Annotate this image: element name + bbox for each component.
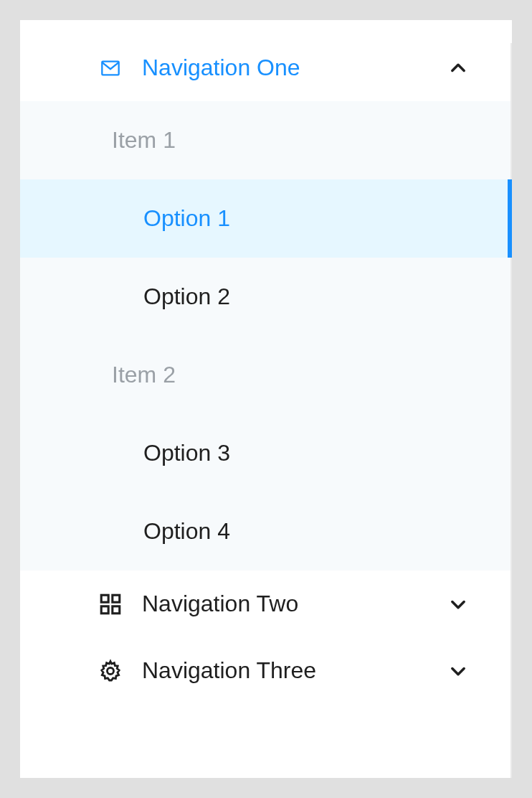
app-icon bbox=[98, 591, 123, 617]
nav-item-two: Navigation Two bbox=[20, 571, 512, 637]
chevron-down-icon bbox=[447, 660, 469, 682]
nav-three-header[interactable]: Navigation Three bbox=[20, 637, 512, 704]
mail-icon bbox=[98, 55, 123, 81]
option-4[interactable]: Option 4 bbox=[20, 492, 512, 571]
nav-three-label: Navigation Three bbox=[142, 657, 447, 684]
option-1[interactable]: Option 1 bbox=[20, 179, 512, 258]
option-3[interactable]: Option 3 bbox=[20, 414, 512, 492]
menu-panel: Navigation One Item 1 Option 1 Option 2 … bbox=[20, 20, 512, 778]
nav-two-header[interactable]: Navigation Two bbox=[20, 571, 512, 637]
chevron-up-icon bbox=[447, 57, 469, 79]
svg-rect-3 bbox=[101, 606, 108, 613]
nav-two-label: Navigation Two bbox=[142, 591, 447, 617]
nav-one-label: Navigation One bbox=[142, 55, 447, 81]
sidebar-menu: Navigation One Item 1 Option 1 Option 2 … bbox=[20, 20, 512, 704]
group-item-2: Item 2 bbox=[20, 336, 512, 414]
nav-one-submenu: Item 1 Option 1 Option 2 Item 2 Option 3… bbox=[20, 101, 512, 571]
option-2[interactable]: Option 2 bbox=[20, 258, 512, 336]
svg-rect-1 bbox=[101, 595, 108, 602]
group-item-1: Item 1 bbox=[20, 101, 512, 179]
nav-item-three: Navigation Three bbox=[20, 637, 512, 704]
chevron-down-icon bbox=[447, 593, 469, 615]
svg-point-5 bbox=[107, 667, 113, 674]
nav-item-one: Navigation One Item 1 Option 1 Option 2 … bbox=[20, 34, 512, 571]
svg-rect-4 bbox=[113, 606, 120, 613]
nav-one-header[interactable]: Navigation One bbox=[20, 34, 512, 101]
svg-rect-2 bbox=[113, 595, 120, 602]
gear-icon bbox=[98, 658, 123, 684]
